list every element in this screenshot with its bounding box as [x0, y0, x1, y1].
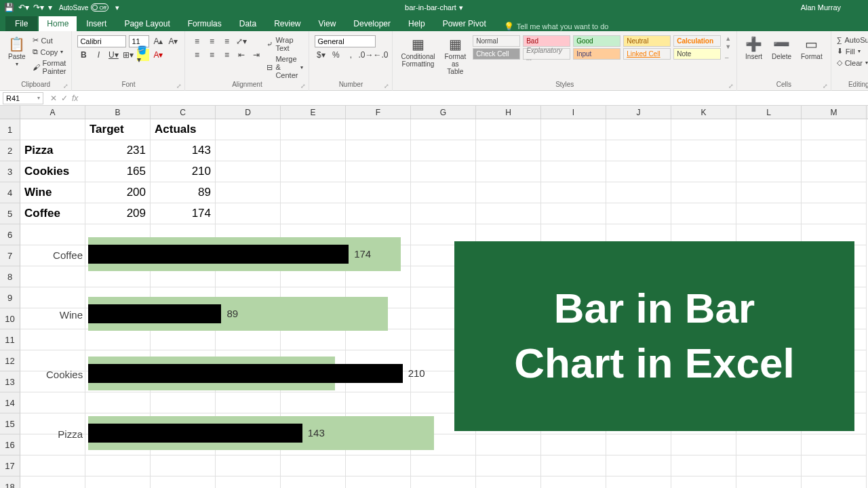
- tab-formulas[interactable]: Formulas: [180, 16, 230, 31]
- cell[interactable]: [20, 224, 85, 245]
- cell[interactable]: 174: [151, 203, 216, 224]
- cell[interactable]: [20, 476, 85, 488]
- cell[interactable]: [411, 119, 476, 140]
- cell[interactable]: [802, 203, 867, 224]
- cell[interactable]: 89: [151, 182, 216, 203]
- cell[interactable]: [411, 476, 476, 488]
- tab-page-layout[interactable]: Page Layout: [116, 16, 178, 31]
- cell[interactable]: [802, 455, 867, 476]
- fill-color-button[interactable]: 🪣▾: [137, 49, 149, 61]
- row-header[interactable]: 15: [0, 413, 20, 434]
- enter-icon[interactable]: ✓: [61, 94, 68, 103]
- bar-actual[interactable]: [88, 424, 302, 443]
- conditional-formatting-button[interactable]: ▦Conditional Formatting: [398, 35, 437, 69]
- cell[interactable]: [281, 203, 346, 224]
- align-bottom-button[interactable]: ≡: [220, 35, 233, 47]
- row-header[interactable]: 8: [0, 266, 20, 287]
- cell[interactable]: [20, 266, 85, 287]
- cell[interactable]: [346, 476, 411, 488]
- cell[interactable]: [541, 182, 606, 203]
- cell[interactable]: [606, 182, 671, 203]
- italic-button[interactable]: I: [92, 49, 104, 61]
- styles-scroll-down-icon[interactable]: ▼: [725, 43, 731, 50]
- cell[interactable]: [411, 203, 476, 224]
- col-header[interactable]: G: [411, 106, 476, 119]
- cell[interactable]: [20, 392, 85, 413]
- autosave-more-icon[interactable]: ▾: [115, 3, 119, 12]
- col-header[interactable]: K: [671, 106, 736, 119]
- col-header[interactable]: E: [281, 106, 346, 119]
- styles-gallery-expand-icon[interactable]: ⎯: [725, 52, 731, 58]
- row-header[interactable]: 18: [0, 476, 20, 488]
- tab-insert[interactable]: Insert: [78, 16, 115, 31]
- delete-cells-button[interactable]: ➖Delete: [769, 35, 794, 62]
- cell[interactable]: [736, 203, 802, 224]
- tab-home[interactable]: Home: [39, 16, 77, 31]
- cell[interactable]: [541, 434, 606, 455]
- row-header[interactable]: 17: [0, 455, 20, 476]
- col-header[interactable]: B: [85, 106, 151, 119]
- row-header[interactable]: 9: [0, 287, 20, 308]
- cell[interactable]: [20, 119, 85, 140]
- row-header[interactable]: 13: [0, 371, 20, 392]
- font-name-select[interactable]: [77, 35, 126, 47]
- style-bad[interactable]: Bad: [523, 35, 570, 47]
- cell[interactable]: 200: [85, 182, 151, 203]
- select-all-corner[interactable]: [0, 106, 20, 119]
- cell[interactable]: [541, 140, 606, 161]
- cell[interactable]: [606, 203, 671, 224]
- cell[interactable]: [606, 455, 671, 476]
- cell[interactable]: [671, 455, 736, 476]
- cell[interactable]: [85, 476, 151, 488]
- cell[interactable]: [802, 161, 867, 182]
- cell[interactable]: [802, 434, 867, 455]
- cell[interactable]: [606, 119, 671, 140]
- paste-button[interactable]: 📋Paste▾: [5, 35, 28, 69]
- cell[interactable]: Target: [85, 119, 151, 140]
- cell[interactable]: [281, 476, 346, 488]
- cell[interactable]: [606, 161, 671, 182]
- fill-button[interactable]: ⬇Fill▾: [837, 46, 861, 56]
- bold-button[interactable]: B: [77, 49, 90, 61]
- cell[interactable]: [541, 161, 606, 182]
- decrease-decimal-button[interactable]: ←.0: [374, 49, 387, 61]
- comma-button[interactable]: ,: [344, 49, 357, 61]
- cell[interactable]: [671, 434, 736, 455]
- cell[interactable]: [346, 119, 411, 140]
- cell[interactable]: [346, 140, 411, 161]
- row-header[interactable]: 12: [0, 350, 20, 371]
- underline-button[interactable]: U▾: [107, 49, 119, 61]
- col-header[interactable]: A: [20, 106, 85, 119]
- orientation-button[interactable]: ⤢▾: [235, 35, 248, 47]
- cell[interactable]: [216, 140, 281, 161]
- col-header[interactable]: F: [346, 106, 411, 119]
- cell[interactable]: [476, 476, 541, 488]
- col-header[interactable]: M: [802, 106, 867, 119]
- cell[interactable]: [802, 476, 867, 488]
- cell[interactable]: [671, 161, 736, 182]
- cell[interactable]: [216, 203, 281, 224]
- cell[interactable]: [281, 140, 346, 161]
- col-header[interactable]: L: [736, 106, 802, 119]
- cell[interactable]: [802, 182, 867, 203]
- cancel-icon[interactable]: ✕: [50, 94, 57, 103]
- tab-view[interactable]: View: [311, 16, 344, 31]
- row-header[interactable]: 5: [0, 203, 20, 224]
- cell[interactable]: [476, 161, 541, 182]
- cell[interactable]: [802, 119, 867, 140]
- cell[interactable]: [606, 476, 671, 488]
- cell[interactable]: [736, 140, 802, 161]
- style-linked-cell[interactable]: Linked Cell: [623, 48, 671, 60]
- col-header[interactable]: J: [606, 106, 671, 119]
- cell[interactable]: [281, 161, 346, 182]
- increase-indent-button[interactable]: ⇥: [250, 49, 262, 61]
- accounting-button[interactable]: $▾: [315, 49, 327, 61]
- col-header[interactable]: H: [476, 106, 541, 119]
- cell[interactable]: [541, 203, 606, 224]
- cell[interactable]: [541, 119, 606, 140]
- row-header[interactable]: 14: [0, 392, 20, 413]
- row-header[interactable]: 1: [0, 119, 20, 140]
- fx-icon[interactable]: fx: [72, 94, 78, 103]
- borders-button[interactable]: ⊞▾: [122, 49, 134, 61]
- style-check-cell[interactable]: Check Cell: [473, 48, 520, 60]
